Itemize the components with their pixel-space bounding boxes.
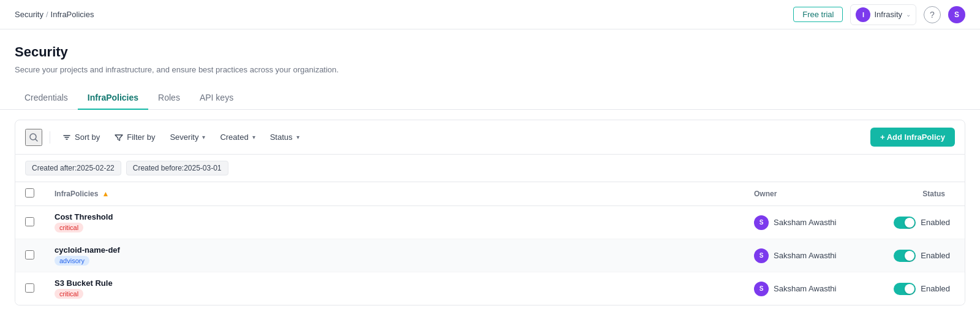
toolbar: Sort by Filter by Severity ▾ Created ▾ S…	[15, 120, 965, 155]
toggle-knob	[905, 284, 914, 294]
chevron-down-icon: ⌄	[906, 11, 911, 18]
filter-tags-bar: Created after:2025-02-22Created before:2…	[15, 155, 965, 182]
search-button[interactable]	[25, 129, 42, 146]
breadcrumb: Security / InfraPolicies	[15, 10, 94, 19]
table-row: S3 Bucket Rule critical S Saksham Awasth…	[15, 272, 965, 305]
filter-tag[interactable]: Created before:2025-03-01	[126, 161, 228, 175]
tab-credentials[interactable]: Credentials	[15, 86, 78, 110]
org-selector[interactable]: I Infrasity ⌄	[850, 4, 916, 25]
table-row: cycloid-name-def advisory S Saksham Awas…	[15, 239, 965, 272]
table-row: Cost Threshold critical S Saksham Awasth…	[15, 206, 965, 239]
status-column-header: Status	[879, 182, 965, 206]
status-label: Enabled	[921, 218, 950, 227]
status-label: Enabled	[921, 251, 950, 260]
filter-icon	[115, 133, 123, 142]
page-description: Secure your projects and infrastructure,…	[15, 65, 965, 74]
policy-name-cell: S3 Bucket Rule critical	[45, 272, 744, 305]
svg-line-1	[36, 139, 37, 141]
owner-name: Saksham Awasthi	[774, 218, 836, 227]
tab-roles[interactable]: Roles	[148, 86, 190, 110]
breadcrumb-parent[interactable]: Security	[15, 10, 43, 19]
policy-name: Cost Threshold	[55, 212, 734, 221]
breadcrumb-current: InfraPolicies	[51, 10, 94, 19]
policy-name-cell: cycloid-name-def advisory	[45, 239, 744, 272]
owner-cell: S Saksham Awasthi	[744, 272, 879, 305]
owner-name: Saksham Awasthi	[774, 251, 836, 260]
owner-name: Saksham Awasthi	[774, 284, 836, 293]
toggle-knob	[905, 218, 914, 228]
sort-by-button[interactable]: Sort by	[58, 130, 105, 144]
owner-avatar: S	[754, 248, 769, 263]
policy-column-header: InfraPolicies ▲	[45, 182, 744, 206]
row-checkbox[interactable]	[25, 217, 34, 226]
filter-tag[interactable]: Created after:2025-02-22	[25, 161, 121, 175]
topnav-right: Free trial I Infrasity ⌄ ? S	[793, 4, 965, 25]
created-filter[interactable]: Created ▾	[215, 130, 260, 144]
toggle-knob	[905, 251, 914, 261]
severity-filter[interactable]: Severity ▾	[165, 130, 210, 144]
toolbar-divider	[50, 131, 50, 144]
severity-label: Severity	[170, 132, 198, 142]
filter-label: Filter by	[127, 132, 155, 142]
user-avatar[interactable]: S	[948, 6, 965, 23]
owner-avatar: S	[754, 215, 769, 230]
status-cell: Enabled	[879, 272, 965, 305]
search-icon	[29, 132, 39, 142]
tab-api-keys[interactable]: API keys	[190, 86, 243, 110]
severity-chevron-icon: ▾	[202, 134, 205, 140]
select-all-header	[15, 182, 45, 206]
row-checkbox-cell	[15, 206, 45, 239]
sort-icon	[62, 133, 71, 142]
status-label: Enabled	[921, 284, 950, 293]
severity-badge: critical	[55, 289, 83, 299]
toolbar-wrapper: Sort by Filter by Severity ▾ Created ▾ S…	[0, 110, 980, 182]
row-checkbox[interactable]	[25, 250, 34, 259]
help-button[interactable]: ?	[924, 6, 941, 23]
filter-by-button[interactable]: Filter by	[110, 130, 160, 144]
infrapolicies-table: InfraPolicies ▲ Owner Status Cost Thresh…	[15, 182, 965, 305]
table-header-row: InfraPolicies ▲ Owner Status	[15, 182, 965, 206]
status-chevron-icon: ▾	[296, 134, 300, 140]
row-checkbox-cell	[15, 272, 45, 305]
org-name: Infrasity	[874, 10, 902, 19]
status-cell: Enabled	[879, 206, 965, 239]
status-label: Status	[270, 132, 293, 142]
status-toggle[interactable]	[894, 250, 916, 262]
created-chevron-icon: ▾	[252, 134, 255, 140]
row-checkbox[interactable]	[25, 283, 34, 293]
policy-name-cell: Cost Threshold critical	[45, 206, 744, 239]
owner-avatar: S	[754, 282, 769, 296]
org-avatar: I	[856, 7, 870, 22]
add-infrapolicy-button[interactable]: + Add InfraPolicy	[870, 128, 955, 147]
status-filter[interactable]: Status ▾	[265, 130, 304, 144]
owner-cell: S Saksham Awasthi	[744, 239, 879, 272]
created-label: Created	[220, 132, 248, 142]
page-header: Security Secure your projects and infras…	[0, 29, 980, 74]
free-trial-button[interactable]: Free trial	[793, 7, 843, 22]
status-toggle[interactable]	[894, 217, 916, 229]
tabs-bar: CredentialsInfraPoliciesRolesAPI keys	[0, 86, 980, 110]
row-checkbox-cell	[15, 239, 45, 272]
status-toggle[interactable]	[894, 283, 916, 295]
policy-name: cycloid-name-def	[55, 245, 734, 255]
top-navigation: Security / InfraPolicies Free trial I In…	[0, 0, 980, 29]
severity-badge: advisory	[55, 256, 89, 266]
tab-infrapolicies[interactable]: InfraPolicies	[78, 86, 148, 110]
severity-badge: critical	[55, 223, 83, 232]
select-all-checkbox[interactable]	[25, 188, 34, 198]
breadcrumb-separator: /	[46, 10, 48, 19]
owner-cell: S Saksham Awasthi	[744, 206, 879, 239]
page-title: Security	[15, 44, 965, 60]
sort-label: Sort by	[75, 132, 100, 142]
policy-name: S3 Bucket Rule	[55, 278, 734, 288]
status-cell: Enabled	[879, 239, 965, 272]
owner-column-header: Owner	[744, 182, 879, 206]
infrapolicies-table-wrapper: InfraPolicies ▲ Owner Status Cost Thresh…	[15, 182, 965, 305]
sort-up-icon: ▲	[102, 190, 109, 198]
